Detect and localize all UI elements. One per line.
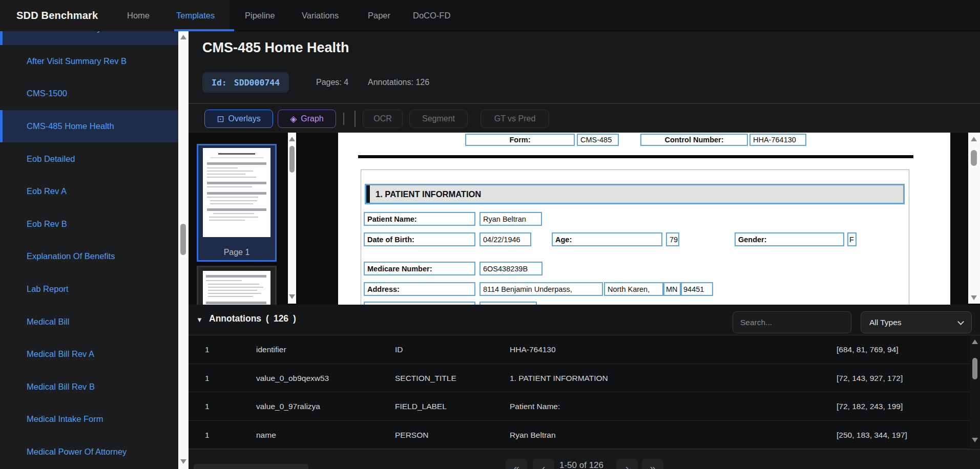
gender-value-box[interactable]: F	[847, 232, 857, 246]
address-label-box[interactable]: Address:	[364, 282, 475, 296]
nav-item-paper[interactable]: Paper	[368, 0, 390, 31]
sidebar-item-explanation-of-benefits[interactable]: Explanation Of Benefits	[0, 240, 178, 273]
scroll-down-icon[interactable]	[180, 459, 186, 464]
annotations-panel: ▼ Annotations(126) All Types 1 identifie…	[189, 305, 980, 469]
sidebar-item-eob-rev-b[interactable]: Eob Rev B	[0, 208, 178, 241]
sidebar-item-cms-1500[interactable]: CMS-1500	[0, 77, 178, 110]
col-name: value_0_97ralizya	[256, 392, 320, 421]
address-city-box[interactable]: North Karen,	[604, 282, 663, 296]
gt-vs-pred-button[interactable]: GT vs Pred	[481, 110, 549, 128]
form-label-box[interactable]: Form:	[465, 134, 575, 146]
annotations-header: ▼ Annotations(126) All Types	[189, 305, 980, 335]
nav-item-doco-fd[interactable]: DoCO-FD	[413, 0, 450, 31]
sidebar-item-after-visit-summary-rev-a[interactable]: After Visit Summary Rev A	[0, 31, 178, 45]
graph-button[interactable]: ◈ Graph	[278, 110, 336, 128]
next-page-button[interactable]: ›	[616, 459, 638, 469]
col-type: ID	[395, 335, 403, 364]
sidebar-item-lab-report[interactable]: Lab Report	[0, 273, 178, 306]
address-street-box[interactable]: 8114 Benjamin Underpass,	[479, 282, 603, 296]
type-filter-select[interactable]: All Types	[861, 311, 972, 333]
col-name: identifier	[256, 335, 286, 364]
thumbnail-page-1[interactable]: Page 1	[197, 144, 277, 262]
scroll-down-icon[interactable]	[972, 438, 978, 442]
id-value: SDD000744	[234, 78, 280, 88]
collapse-triangle-icon[interactable]: ▼	[196, 316, 203, 324]
page2-preview	[203, 271, 270, 305]
annotation-row[interactable]: 1 name PERSON Ryan Beltran [250, 183, 34…	[189, 421, 970, 450]
sidebar-item-cms-485-home-health[interactable]: CMS-485 Home Health	[0, 110, 178, 143]
horizontal-scrollbar-thumb[interactable]	[194, 464, 308, 469]
viewer-scrollbar-thumb[interactable]	[971, 150, 977, 166]
annotations-title-text: Annotations	[209, 313, 261, 324]
sidebar-item-medical-power-of-attorney[interactable]: Medical Power Of Attorney	[0, 436, 178, 468]
col-page: 1	[205, 335, 210, 364]
form-value-box[interactable]: CMS-485	[577, 134, 619, 146]
gender-label-box[interactable]: Gender:	[735, 232, 844, 246]
patient-name-value-box[interactable]: Ryan Beltran	[479, 212, 542, 226]
medicare-label-box[interactable]: Medicare Number:	[364, 262, 475, 275]
toolbar-separator	[343, 113, 344, 125]
sidebar-scrollbar[interactable]	[178, 31, 189, 469]
col-bbox: [250, 183, 344, 197]	[837, 421, 907, 450]
ocr-button[interactable]: OCR	[363, 110, 403, 128]
table-scrollbar-thumb[interactable]	[972, 358, 977, 379]
sidebar-item-eob-detailed[interactable]: Eob Detailed	[0, 142, 178, 175]
thumbnail-page-2[interactable]	[197, 266, 277, 305]
thumbnails-scrollbar-thumb[interactable]	[289, 146, 295, 173]
sidebar-item-medical-intake-form[interactable]: Medical Intake Form	[0, 403, 178, 436]
address-state-box[interactable]: MN	[663, 282, 681, 296]
app-brand: SDD Benchmark	[16, 0, 98, 31]
sidebar-item-medical-bill[interactable]: Medical Bill	[0, 305, 178, 338]
search-input[interactable]	[733, 311, 851, 333]
segment-button[interactable]: Segment	[409, 110, 468, 128]
annotation-row[interactable]: 1 value_0_97ralizya FIELD_LABEL Patient …	[189, 392, 970, 421]
thumbnails-scrollbar[interactable]	[288, 133, 296, 304]
nav-item-variations[interactable]: Variations	[302, 0, 339, 31]
pagination-range: 1-50 of 126	[559, 460, 603, 469]
first-page-button[interactable]: «	[506, 459, 527, 469]
dob-value-box[interactable]: 04/22/1946	[479, 232, 531, 246]
prev-page-button[interactable]: ‹	[533, 459, 554, 469]
col-text: 1. PATIENT INFORMATION	[510, 364, 608, 393]
document-id-badge: Id: SDD000744	[202, 72, 289, 93]
viewer-scrollbar[interactable]	[968, 133, 980, 304]
sidebar-item-medical-bill-rev-a[interactable]: Medical Bill Rev A	[0, 338, 178, 371]
col-page: 1	[205, 421, 210, 450]
annotation-row[interactable]: 1 identifier ID HHA-764130 [684, 81, 769…	[189, 335, 970, 364]
section-title-box[interactable]: 1. PATIENT INFORMATION	[365, 184, 905, 204]
age-label-box[interactable]: Age:	[552, 232, 662, 246]
patient-name-label-box[interactable]: Patient Name:	[364, 212, 475, 226]
section-title: 1. PATIENT INFORMATION	[376, 185, 481, 203]
control-number-value-box[interactable]: HHA-764130	[749, 134, 806, 146]
scroll-down-icon[interactable]	[971, 295, 977, 300]
nav-item-home[interactable]: Home	[127, 0, 150, 31]
last-page-button[interactable]: »	[642, 459, 663, 469]
overlays-button[interactable]: ⊡ Overlays	[204, 110, 273, 128]
scroll-up-icon[interactable]	[180, 35, 186, 39]
sidebar-item-eob-rev-a[interactable]: Eob Rev A	[0, 175, 178, 208]
scroll-down-icon[interactable]	[289, 294, 295, 299]
sidebar-scrollbar-thumb[interactable]	[180, 224, 186, 255]
medicare-value-box[interactable]: 6OS438239B	[479, 262, 543, 275]
scroll-up-icon[interactable]	[289, 137, 295, 141]
open-paren: (	[266, 313, 269, 324]
nav-item-templates[interactable]: Templates	[176, 0, 215, 31]
scroll-up-icon[interactable]	[971, 137, 977, 141]
page-title: CMS-485 Home Health	[202, 40, 349, 56]
overlays-icon: ⊡	[217, 115, 224, 123]
address-zip-box[interactable]: 94451	[681, 282, 713, 296]
header-divider	[189, 103, 980, 104]
annotation-row[interactable]: 1 value_0_ob9qexw53 SECTION_TITLE 1. PAT…	[189, 364, 970, 393]
sidebar-item-after-visit-summary-rev-b[interactable]: After Visit Summary Rev B	[0, 45, 178, 78]
table-scrollbar[interactable]	[970, 335, 980, 449]
col-page: 1	[205, 364, 210, 393]
nav-item-pipeline[interactable]: Pipeline	[245, 0, 275, 31]
graph-label: Graph	[301, 114, 323, 123]
control-number-label-box[interactable]: Control Number:	[640, 134, 748, 146]
age-value-box[interactable]: 79	[666, 232, 679, 246]
dob-label-box[interactable]: Date of Birth:	[364, 232, 475, 246]
col-bbox: [72, 143, 927, 172]	[837, 364, 903, 393]
annotations-count-meta: Annotations: 126	[368, 72, 429, 93]
scroll-up-icon[interactable]	[972, 339, 978, 344]
sidebar-item-medical-bill-rev-b[interactable]: Medical Bill Rev B	[0, 371, 178, 403]
